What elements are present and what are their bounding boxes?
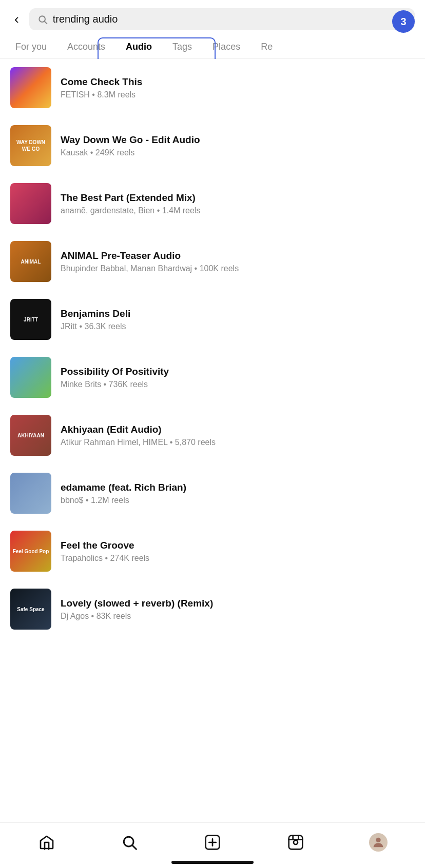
notification-count: 3 [400,16,406,28]
audio-thumbnail [10,183,51,224]
audio-list-item[interactable]: ANIMALANIMAL Pre-Teaser AudioBhupinder B… [0,233,425,291]
audio-thumbnail-image: ANIMAL [10,241,51,282]
audio-meta: Dj Agos • 83K reels [61,612,415,621]
search-query-text: trending audio [53,13,118,25]
audio-thumbnail [10,473,51,514]
audio-meta: JRitt • 36.3K reels [61,322,415,331]
audio-list-item[interactable]: AKHIYAANAkhiyaan (Edit Audio)Atikur Rahm… [0,407,425,465]
svg-point-8 [294,840,298,844]
audio-info: Way Down We Go - Edit AudioKausak • 249K… [61,134,415,158]
audio-info: Feel the GrooveTrapaholics • 274K reels [61,539,415,563]
audio-title: Come Check This [61,76,415,89]
audio-list-item[interactable]: Safe SpaceLovely (slowed + reverb) (Remi… [0,580,425,638]
audio-meta: anamē, gardenstate, Bien • 1.4M reels [61,206,415,215]
nav-reels[interactable] [281,831,310,854]
audio-meta: FETISH • 8.3M reels [61,90,415,99]
search-bar[interactable]: trending audio [29,8,415,30]
search-icon [37,14,48,25]
audio-info: Possibility Of PositivityMinke Brits • 7… [61,366,415,390]
audio-thumbnail-image [10,357,51,398]
tabs-wrapper: For you Accounts Audio Tags Places Re [0,35,425,59]
search-nav-icon [120,833,139,852]
tab-accounts[interactable]: Accounts [57,35,115,58]
audio-thumbnail-image: JRITT [10,299,51,340]
audio-meta: Trapaholics • 274K reels [61,554,415,563]
reels-icon [286,833,305,852]
audio-info: The Best Part (Extended Mix)anamē, garde… [61,192,415,216]
tab-re[interactable]: Re [250,35,283,58]
audio-meta: Bhupinder Babbal, Manan Bhardwaj • 100K … [61,264,415,273]
audio-meta: Minke Brits • 736K reels [61,380,415,389]
audio-thumbnail-image [10,183,51,224]
tab-places[interactable]: Places [202,35,250,58]
audio-thumbnail: JRITT [10,299,51,340]
audio-thumbnail: ANIMAL [10,241,51,282]
audio-thumbnail-image: WAY DOWN WE GO [10,125,51,166]
audio-title: edamame (feat. Rich Brian) [61,481,415,494]
audio-thumbnail-image: Feel Good Pop [10,531,51,572]
tab-tags[interactable]: Tags [162,35,202,58]
audio-info: edamame (feat. Rich Brian)bbno$ • 1.2M r… [61,481,415,506]
audio-thumbnail: WAY DOWN WE GO [10,125,51,166]
audio-info: Akhiyaan (Edit Audio)Atikur Rahman Himel… [61,423,415,448]
audio-thumbnail: AKHIYAAN [10,415,51,456]
audio-thumbnail-image [10,67,51,108]
audio-info: ANIMAL Pre-Teaser AudioBhupinder Babbal,… [61,250,415,274]
audio-thumbnail: Feel Good Pop [10,531,51,572]
audio-list-item[interactable]: The Best Part (Extended Mix)anamē, garde… [0,175,425,233]
nav-create[interactable] [198,831,227,854]
audio-list-item[interactable]: Feel Good PopFeel the GrooveTrapaholics … [0,522,425,580]
nav-home[interactable] [32,831,61,854]
audio-title: Benjamins Deli [61,308,415,320]
audio-title: Feel the Groove [61,539,415,552]
header: ‹ trending audio 3 [0,0,425,35]
svg-line-3 [132,845,136,849]
audio-thumbnail-image: AKHIYAAN [10,415,51,456]
notification-badge[interactable]: 3 [392,10,415,33]
nav-search[interactable] [115,831,144,854]
audio-thumbnail-image [10,473,51,514]
svg-line-1 [44,21,47,24]
nav-profile[interactable] [364,831,393,854]
audio-list-item[interactable]: edamame (feat. Rich Brian)bbno$ • 1.2M r… [0,465,425,522]
audio-thumbnail [10,67,51,108]
audio-title: Akhiyaan (Edit Audio) [61,423,415,436]
audio-list: Come Check ThisFETISH • 8.3M reelsWAY DO… [0,59,425,638]
audio-list-item[interactable]: WAY DOWN WE GOWay Down We Go - Edit Audi… [0,117,425,175]
svg-rect-7 [288,836,302,850]
audio-info: Lovely (slowed + reverb) (Remix)Dj Agos … [61,597,415,621]
profile-avatar [369,833,388,852]
audio-title: Possibility Of Positivity [61,366,415,378]
audio-info: Benjamins DeliJRitt • 36.3K reels [61,308,415,332]
audio-list-item[interactable]: JRITTBenjamins DeliJRitt • 36.3K reels [0,291,425,349]
audio-title: Lovely (slowed + reverb) (Remix) [61,597,415,610]
back-button[interactable]: ‹ [10,9,23,29]
audio-thumbnail [10,357,51,398]
home-indicator [171,861,254,864]
audio-title: The Best Part (Extended Mix) [61,192,415,205]
tab-for-you[interactable]: For you [5,35,57,58]
home-icon [37,833,56,852]
audio-list-item[interactable]: Possibility Of PositivityMinke Brits • 7… [0,349,425,407]
create-icon [203,833,222,852]
audio-title: ANIMAL Pre-Teaser Audio [61,250,415,263]
audio-title: Way Down We Go - Edit Audio [61,134,415,147]
audio-meta: Atikur Rahman Himel, HIMEL • 5,870 reels [61,438,415,447]
tab-audio[interactable]: Audio [115,35,162,58]
audio-thumbnail-image: Safe Space [10,589,51,630]
audio-meta: bbno$ • 1.2M reels [61,496,415,505]
audio-info: Come Check ThisFETISH • 8.3M reels [61,76,415,100]
audio-thumbnail: Safe Space [10,589,51,630]
svg-point-12 [376,838,381,842]
audio-list-item[interactable]: Come Check ThisFETISH • 8.3M reels [0,59,425,117]
audio-meta: Kausak • 249K reels [61,148,415,157]
tabs-bar: For you Accounts Audio Tags Places Re [0,35,425,59]
